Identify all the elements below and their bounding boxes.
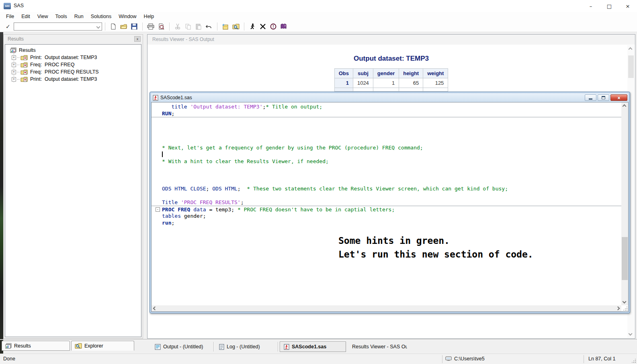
scroll-right-icon[interactable]	[616, 307, 620, 311]
editor-title-bar[interactable]: SAScode1.sas x	[151, 93, 629, 102]
collapse-section-icon[interactable]: -	[156, 207, 160, 212]
results-folder-icon	[20, 55, 28, 60]
chevron-down-icon[interactable]	[96, 25, 100, 29]
new-library-button[interactable]	[221, 22, 230, 31]
code-line[interactable]	[152, 172, 621, 178]
code-line[interactable]	[152, 165, 621, 172]
menu-tools[interactable]: Tools	[52, 13, 71, 20]
explorer-button[interactable]	[231, 22, 241, 31]
open-button[interactable]	[119, 22, 129, 31]
results-viewer-title[interactable]: Results Viewer - SAS Output	[147, 35, 635, 45]
results-panel-close-button[interactable]: x	[134, 36, 141, 42]
menu-run[interactable]: Run	[71, 13, 87, 20]
code-line[interactable]	[152, 151, 621, 158]
minimize-icon	[589, 98, 592, 100]
line-margin	[152, 192, 162, 199]
code-line[interactable]	[152, 192, 621, 199]
save-button[interactable]	[129, 22, 139, 31]
line-margin	[152, 144, 162, 151]
cell-obs: 1	[334, 78, 353, 88]
line-margin	[152, 103, 162, 110]
tab-explorer[interactable]: Explorer	[71, 341, 134, 351]
tab-results[interactable]: Results	[2, 341, 70, 351]
command-combobox[interactable]	[14, 22, 102, 31]
scroll-left-icon[interactable]	[153, 307, 157, 311]
code-line[interactable]: -PROC FREQ data = temp3; * PROC FREQ doe…	[152, 206, 621, 213]
editor-close-button[interactable]: x	[610, 94, 627, 101]
minimize-button[interactable]: –	[582, 0, 600, 12]
submit-run-button[interactable]	[248, 22, 257, 31]
code-line[interactable]: title 'Output dataset: TEMP3';* Title on…	[152, 103, 621, 110]
code-line[interactable]: tables gender;	[152, 213, 621, 219]
taskbar-log-button[interactable]: Log - (Untitled)	[215, 342, 277, 352]
menu-help[interactable]: Help	[140, 13, 158, 20]
help-button[interactable]: ?	[279, 22, 289, 31]
code-line[interactable]	[152, 117, 621, 124]
window-resize-grip[interactable]	[631, 358, 636, 363]
editor-minimize-button[interactable]	[585, 94, 596, 101]
code-line[interactable]: * With a hint to clear the Results Viewe…	[152, 158, 621, 165]
sas-logo-icon: sas	[4, 3, 11, 9]
taskbar-editor-button[interactable]: SAScode1.sas	[280, 342, 346, 352]
results-folder-icon	[20, 69, 28, 75]
resize-grip[interactable]	[623, 307, 627, 311]
close-button[interactable]: ×	[619, 0, 637, 12]
menu-solutions[interactable]: Solutions	[87, 13, 115, 20]
code-line[interactable]: Title 'PROC FREQ RESULTS';	[152, 199, 621, 206]
taskbar-output-button[interactable]: Output - (Untitled)	[151, 342, 212, 352]
col-gender: gender	[373, 69, 399, 78]
expand-plus-icon[interactable]: +	[12, 63, 16, 67]
break-button[interactable]	[258, 22, 268, 31]
new-document-button[interactable]	[109, 22, 118, 31]
tree-item-freq-2[interactable]: + Freq: PROC FREQ RESULTS	[8, 68, 141, 76]
explorer-tab-icon	[75, 343, 82, 349]
code-line[interactable]: RUN;	[152, 110, 621, 117]
tree-item-print-1[interactable]: + Print: Output dataset: TEMP3	[8, 54, 141, 61]
code-line[interactable]	[152, 124, 621, 131]
scrollbar-thumb[interactable]	[628, 55, 634, 78]
code-line[interactable]	[152, 131, 621, 137]
results-root-icon	[10, 47, 16, 53]
menu-file[interactable]: File	[2, 13, 18, 20]
taskbar-results-viewer-button[interactable]: Results Viewer - SAS Ou...	[346, 342, 407, 352]
editor-vertical-scrollbar[interactable]	[621, 102, 628, 305]
expand-plus-icon[interactable]: +	[12, 77, 16, 82]
tree-item-print-2[interactable]: + Print: Output dataset: TEMP3	[8, 76, 141, 83]
scrollbar-thumb[interactable]	[622, 237, 628, 280]
print-preview-icon	[158, 23, 164, 30]
undo-button[interactable]	[204, 22, 214, 31]
code-line[interactable]: ODS HTML CLOSE; ODS HTML; * These two st…	[152, 185, 621, 192]
editor-horizontal-scrollbar[interactable]	[152, 305, 621, 311]
expand-plus-icon[interactable]: +	[12, 70, 16, 74]
maximize-button[interactable]: □	[600, 0, 619, 12]
code-line[interactable]	[152, 137, 621, 144]
line-margin	[152, 213, 162, 219]
code-editor-area[interactable]: title 'Output dataset: TEMP3';* Title on…	[152, 102, 621, 305]
line-margin	[152, 199, 162, 206]
output-heading: Output dataset: TEMP3	[147, 55, 635, 63]
menu-edit[interactable]: Edit	[18, 13, 34, 20]
code-text: Title 'PROC FREQ RESULTS';	[162, 199, 244, 206]
output-table: Obs subj gender height weight 1 1024 1 6…	[334, 68, 449, 92]
menu-window[interactable]: Window	[115, 13, 140, 20]
code-line[interactable]: * Next, let's get a frequency of gender …	[152, 144, 621, 151]
code-text: run;	[162, 219, 174, 226]
print-preview-button[interactable]	[156, 22, 166, 31]
command-input[interactable]	[15, 23, 94, 30]
output-window-icon	[155, 344, 161, 350]
scroll-down-icon[interactable]	[629, 332, 633, 336]
table-row: 1 1024 1 65 125	[334, 78, 448, 88]
print-button[interactable]	[146, 22, 156, 31]
scroll-up-icon[interactable]	[629, 47, 633, 51]
scroll-up-icon[interactable]	[623, 104, 627, 108]
code-line[interactable]	[152, 178, 621, 185]
editor-restore-button[interactable]	[598, 94, 609, 101]
scroll-down-icon[interactable]	[623, 300, 627, 304]
line-margin	[152, 158, 162, 165]
tree-item-freq-1[interactable]: + Freq: PROC FREQ	[8, 61, 141, 68]
stop-button[interactable]: !	[268, 22, 278, 31]
expand-plus-icon[interactable]: +	[12, 55, 16, 60]
menu-view[interactable]: View	[34, 13, 52, 20]
code-line[interactable]: run;	[152, 219, 621, 226]
tree-root-results[interactable]: Results	[8, 47, 141, 54]
